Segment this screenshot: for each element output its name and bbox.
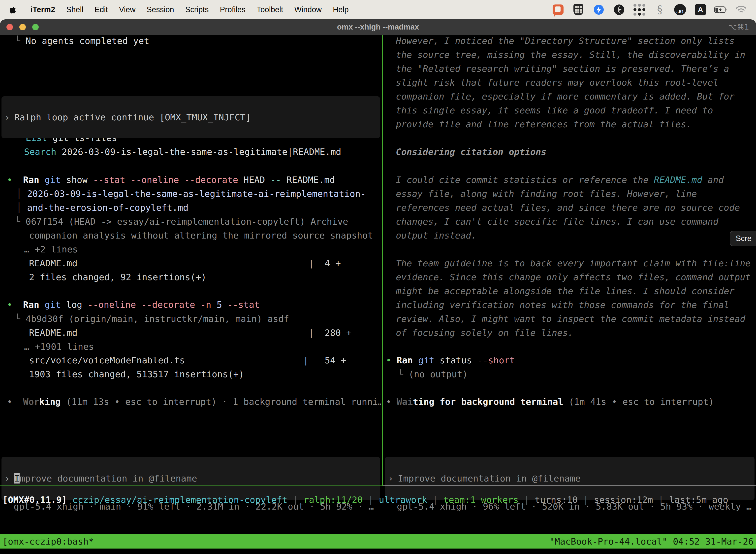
pie-icon[interactable] bbox=[613, 3, 626, 16]
menu-item-window[interactable]: Window bbox=[295, 5, 322, 14]
wifi-icon[interactable] bbox=[735, 3, 748, 16]
squiggle-icon[interactable]: § bbox=[653, 3, 666, 16]
screen: { "menu_bar": { "items": [ {"label": "iT… bbox=[0, 0, 756, 554]
window-title-bar[interactable]: omx --xhigh --madmax ⌥⌘1 bbox=[0, 19, 756, 35]
tmux-status-bar: [omx-cczip0:bash* "MacBook-Pro-44.local"… bbox=[0, 534, 756, 549]
tmux-host-clock-label: "MacBook-Pro-44.local" 04:52 31-Mar-26 bbox=[549, 536, 754, 547]
menu-item-session[interactable]: Session bbox=[146, 5, 174, 14]
terminal-line: [OMX#0.11.9] cczip/essay/ai-reimplementa… bbox=[2, 493, 728, 507]
bolt-badge-icon[interactable] bbox=[592, 3, 605, 16]
omx-status-bar: [OMX#0.11.9] cczip/essay/ai-reimplementa… bbox=[0, 35, 756, 554]
chat-icon[interactable] bbox=[552, 3, 565, 16]
menu-bar-status-icons: § ..61 A bbox=[552, 3, 756, 16]
badge-61-icon[interactable]: ..61 bbox=[674, 3, 687, 16]
menu-bar: iTerm2ShellEditViewSessionScriptsProfile… bbox=[0, 0, 756, 19]
battery-icon[interactable] bbox=[714, 3, 727, 16]
screen-share-pill[interactable]: Scre bbox=[730, 231, 756, 246]
menu-item-help[interactable]: Help bbox=[333, 5, 349, 14]
right-pane-bottom-border bbox=[383, 486, 756, 486]
letter-a-icon[interactable]: A bbox=[694, 3, 707, 16]
shield-icon[interactable] bbox=[572, 3, 585, 16]
apple-menu-icon[interactable] bbox=[9, 5, 17, 14]
menu-item-shell[interactable]: Shell bbox=[66, 5, 83, 14]
menu-items: iTerm2ShellEditViewSessionScriptsProfile… bbox=[19, 5, 349, 14]
menu-item-edit[interactable]: Edit bbox=[94, 5, 108, 14]
menu-item-profiles[interactable]: Profiles bbox=[220, 5, 245, 14]
pane-divider[interactable] bbox=[382, 35, 383, 486]
window-shortcut-badge: ⌥⌘1 bbox=[728, 19, 749, 35]
window-title: omx --xhigh --madmax bbox=[0, 19, 756, 35]
terminal-body[interactable]: ›Ralph loop active continue [OMX_TMUX_IN… bbox=[0, 35, 756, 554]
left-pane-bottom-border bbox=[0, 486, 382, 486]
tmux-session-label: [omx-cczip0:bash* bbox=[2, 536, 94, 547]
menu-item-view[interactable]: View bbox=[119, 5, 136, 14]
dots-grid-icon[interactable] bbox=[633, 3, 646, 16]
menu-item-iterm2[interactable]: iTerm2 bbox=[30, 5, 55, 14]
menu-item-scripts[interactable]: Scripts bbox=[185, 5, 209, 14]
menu-item-toolbelt[interactable]: Toolbelt bbox=[257, 5, 283, 14]
